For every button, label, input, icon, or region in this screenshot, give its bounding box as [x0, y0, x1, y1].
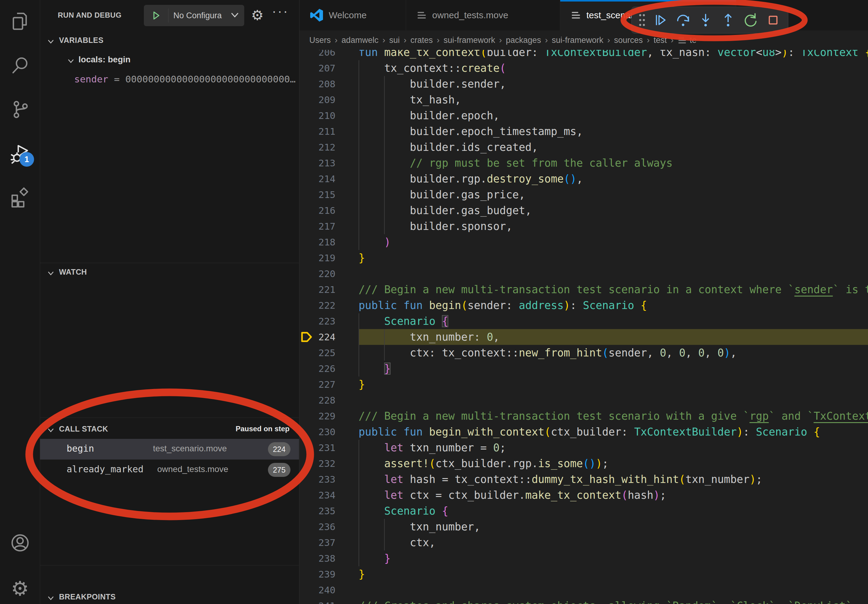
extensions-icon[interactable]: [9, 187, 31, 209]
debug-settings-gear-icon[interactable]: ⚙: [250, 5, 265, 25]
breakpoints-section-header[interactable]: BREAKPOINTS: [40, 590, 299, 604]
line-number[interactable]: 209: [299, 92, 335, 108]
code-line-232[interactable]: 232assert!(ctx_builder.rgp.is_some());: [299, 455, 868, 471]
line-number[interactable]: 213: [299, 155, 335, 171]
line-number[interactable]: 207: [299, 60, 335, 76]
code-line-226[interactable]: 226}: [299, 361, 868, 376]
breadcrumb-item[interactable]: sources: [614, 36, 643, 45]
code-line-214[interactable]: 214builder.rgp.destroy_some(),: [299, 171, 868, 187]
call-stack-section-header[interactable]: CALL STACK Paused on step: [40, 422, 299, 437]
line-number[interactable]: 214: [299, 171, 335, 187]
line-number[interactable]: 240: [299, 582, 335, 598]
line-number[interactable]: 226: [299, 361, 335, 376]
line-number[interactable]: 241: [299, 598, 335, 604]
line-number[interactable]: 236: [299, 519, 335, 535]
code-line-211[interactable]: 211builder.epoch_timestamp_ms,: [299, 124, 868, 139]
code-line-229[interactable]: 229/// Begin a new multi-transaction tes…: [299, 408, 868, 424]
breadcrumb-item[interactable]: sui-framework: [552, 36, 603, 45]
code-line-218[interactable]: 218): [299, 234, 868, 250]
breadcrumb-item[interactable]: adamwelc: [341, 36, 379, 45]
code-line-233[interactable]: 233let hash = tx_context::dummy_tx_hash_…: [299, 471, 868, 487]
code-line-240[interactable]: 240: [299, 582, 868, 598]
code-line-220[interactable]: 220: [299, 266, 868, 282]
code-line-210[interactable]: 210builder.epoch,: [299, 108, 868, 124]
line-number[interactable]: 221: [299, 282, 335, 297]
variables-scope-row[interactable]: locals: begin: [40, 53, 299, 68]
start-debug-icon[interactable]: [144, 9, 169, 23]
line-number[interactable]: 222: [299, 297, 335, 313]
source-control-icon[interactable]: [9, 99, 31, 121]
breadcrumb-item[interactable]: packages: [506, 36, 541, 45]
line-number[interactable]: 212: [299, 139, 335, 155]
tab-welcome[interactable]: Welcome: [299, 0, 406, 30]
restart-button[interactable]: [739, 7, 762, 34]
code-line-224[interactable]: 224txn_number: 0,: [299, 329, 868, 345]
line-number[interactable]: 233: [299, 471, 335, 487]
line-number[interactable]: 238: [299, 550, 335, 566]
line-number[interactable]: 219: [299, 250, 335, 266]
code-line-217[interactable]: 217builder.sponsor,: [299, 218, 868, 234]
code-line-236[interactable]: 236txn_number,: [299, 519, 868, 535]
code-line-227[interactable]: 227}: [299, 376, 868, 392]
debug-config-select[interactable]: No Configura: [169, 11, 229, 20]
watch-section-header[interactable]: WATCH: [40, 265, 299, 280]
line-number[interactable]: 229: [299, 408, 335, 424]
line-number[interactable]: 230: [299, 424, 335, 440]
line-number[interactable]: 223: [299, 313, 335, 329]
explorer-icon[interactable]: [9, 10, 31, 32]
continue-button[interactable]: [649, 7, 672, 34]
breadcrumb-item[interactable]: sui: [389, 36, 400, 45]
code-line-222[interactable]: 222public fun begin(sender: address): Sc…: [299, 297, 868, 313]
code-line-209[interactable]: 209tx_hash,: [299, 92, 868, 108]
line-number[interactable]: 231: [299, 440, 335, 455]
line-number[interactable]: 239: [299, 566, 335, 582]
code-line-207[interactable]: 207tx_context::create(: [299, 60, 868, 76]
step-out-button[interactable]: [717, 7, 739, 34]
line-number[interactable]: 234: [299, 487, 335, 503]
code-line-216[interactable]: 216builder.gas_budget,: [299, 203, 868, 218]
code-line-215[interactable]: 215builder.gas_price,: [299, 187, 868, 203]
line-number[interactable]: 218: [299, 234, 335, 250]
code-line-239[interactable]: 239}: [299, 566, 868, 582]
line-number[interactable]: 216: [299, 203, 335, 218]
code-line-231[interactable]: 231let txn_number = 0;: [299, 440, 868, 455]
code-line-228[interactable]: 228: [299, 392, 868, 408]
toolbar-drag-handle-icon[interactable]: [635, 7, 649, 34]
line-number[interactable]: 235: [299, 503, 335, 519]
code-line-213[interactable]: 213// rgp must be set from the caller al…: [299, 155, 868, 171]
variable-row[interactable]: sender = 00000000000000000000000000000…: [74, 73, 296, 85]
code-line-238[interactable]: 238}: [299, 550, 868, 566]
debug-config-control[interactable]: No Configura: [144, 5, 244, 26]
code-line-235[interactable]: 235Scenario {: [299, 503, 868, 519]
line-number[interactable]: 210: [299, 108, 335, 124]
code-line-223[interactable]: 223Scenario {: [299, 313, 868, 329]
line-number[interactable]: 220: [299, 266, 335, 282]
code-line-230[interactable]: 230public fun begin_with_context(ctx_bui…: [299, 424, 868, 440]
line-number[interactable]: 217: [299, 218, 335, 234]
code-line-219[interactable]: 219}: [299, 250, 868, 266]
code-line-221[interactable]: 221/// Begin a new multi-transaction tes…: [299, 282, 868, 297]
call-stack-frame[interactable]: begin test_scenario.move 224: [40, 439, 299, 460]
step-into-button[interactable]: [694, 7, 717, 34]
variables-section-header[interactable]: VARIABLES: [40, 34, 299, 48]
breadcrumb-item[interactable]: crates: [411, 36, 433, 45]
breadcrumb-item[interactable]: sui-framework: [443, 36, 495, 45]
views-more-icon[interactable]: ···: [272, 4, 289, 19]
search-icon[interactable]: [9, 54, 31, 76]
breadcrumb-item[interactable]: Users: [309, 36, 331, 45]
breadcrumb-file-partial[interactable]: te: [690, 36, 697, 45]
code-line-225[interactable]: 225ctx: tx_context::new_from_hint(sender…: [299, 345, 868, 361]
line-number[interactable]: 211: [299, 124, 335, 139]
breadcrumb-item[interactable]: test: [654, 36, 667, 45]
code-line-234[interactable]: 234let ctx = ctx_builder.make_tx_context…: [299, 487, 868, 503]
call-stack-frame[interactable]: already_marked owned_tests.move 275: [40, 460, 299, 480]
stop-button[interactable]: [762, 7, 784, 34]
tab-owned-tests[interactable]: owned_tests.move: [406, 0, 560, 30]
code-line-208[interactable]: 208builder.sender,: [299, 76, 868, 92]
line-number[interactable]: 215: [299, 187, 335, 203]
settings-gear-icon[interactable]: ⚙: [9, 578, 31, 599]
line-number[interactable]: 227: [299, 376, 335, 392]
line-number[interactable]: 208: [299, 76, 335, 92]
code-line-241[interactable]: 241/// Creates and shares system objects…: [299, 598, 868, 604]
line-number[interactable]: 228: [299, 392, 335, 408]
